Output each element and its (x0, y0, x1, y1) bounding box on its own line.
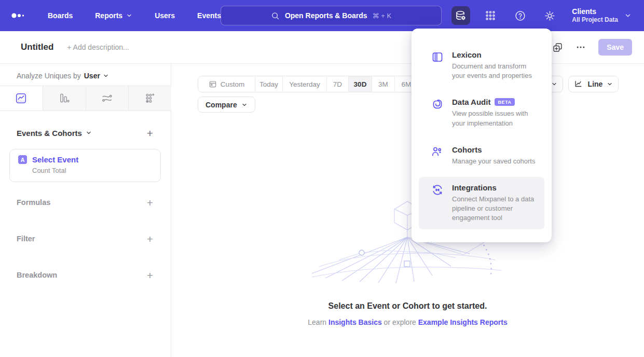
analyze-row: Analyze Uniques by User (17, 69, 109, 83)
top-navbar: Boards Reports Users Events Open Reports… (0, 0, 644, 31)
mixpanel-app: Boards Reports Users Events Open Reports… (0, 0, 644, 357)
mixpanel-logo-icon[interactable] (11, 12, 29, 19)
tab-insights-line[interactable] (0, 86, 43, 111)
line-chart-icon (574, 79, 584, 89)
gear-icon (544, 10, 556, 22)
empty-state-links: Learn Insights Basics or explore Example… (171, 318, 644, 326)
metrics-tab-icon (144, 92, 156, 104)
add-formula-button[interactable]: + (147, 197, 153, 208)
search-shortcut: ⌘ + K (373, 12, 392, 20)
compare-label: Compare (205, 101, 237, 109)
tab-metrics-grid[interactable] (129, 86, 171, 111)
nav-item-events[interactable]: Events (197, 11, 221, 20)
menu-item-data-audit[interactable]: Data Audit BETA View possible issues wit… (419, 91, 544, 134)
menu-item-title: Integrations (452, 183, 497, 192)
compare-dropdown[interactable]: Compare (198, 97, 255, 113)
section-label: Events & Cohorts (17, 129, 82, 138)
cohorts-icon (431, 146, 444, 158)
chart-style-label: Line (588, 80, 603, 88)
insights-basics-link[interactable]: Insights Basics (328, 318, 382, 326)
menu-item-integrations[interactable]: Integrations Connect Mixpanel to a data … (419, 177, 544, 229)
search-icon (271, 11, 280, 20)
report-description-input[interactable]: + Add description... (67, 43, 129, 51)
range-label: Yesterday (289, 80, 320, 88)
settings-button[interactable] (540, 6, 559, 25)
project-switcher[interactable]: Clients All Project Data (572, 7, 632, 24)
chevron-down-icon (551, 81, 557, 87)
nav-item-boards[interactable]: Boards (48, 11, 73, 20)
report-canvas: Custom Today Yesterday 7D 30D 3M 6M Comp… (171, 64, 644, 357)
range-custom[interactable]: Custom (198, 76, 255, 92)
data-audit-icon (431, 98, 444, 111)
event-card[interactable]: A Select Event Count Total (9, 149, 161, 182)
line-chart-tab-icon (15, 92, 27, 104)
data-management-button[interactable] (451, 6, 470, 25)
empty-state-title: Select an Event or Cohort to get started… (171, 301, 644, 311)
tab-bar-chart[interactable] (43, 86, 86, 111)
formulas-label: Formulas (17, 198, 50, 207)
add-filter-button[interactable]: + (147, 234, 153, 244)
events-cohorts-section: Events & Cohorts + (17, 126, 153, 140)
nav-item-label: Events (197, 11, 221, 20)
duplicate-report-button[interactable] (552, 42, 563, 53)
menu-item-cohorts[interactable]: Cohorts Manage your saved cohorts (419, 139, 544, 172)
report-title[interactable]: Untitled (21, 42, 53, 52)
chart-style-dropdown[interactable]: Line (568, 76, 619, 92)
range-3m[interactable]: 3M (372, 76, 395, 92)
more-horizontal-icon (576, 42, 586, 52)
formulas-section: Formulas + (17, 196, 153, 209)
filter-label: Filter (17, 235, 35, 243)
tab-flow-chart[interactable] (86, 86, 129, 111)
more-options-button[interactable] (576, 42, 586, 52)
menu-item-description: Document and transform your events and p… (452, 62, 538, 80)
select-event-button[interactable]: Select Event (32, 155, 78, 164)
project-name: All Project Data (572, 16, 618, 24)
range-7d[interactable]: 7D (327, 76, 349, 92)
add-event-button[interactable]: + (147, 128, 153, 139)
menu-item-title: Data Audit (452, 98, 490, 106)
nav-item-label: Reports (95, 11, 122, 20)
navbar-right: Clients All Project Data (451, 0, 644, 31)
beta-badge: BETA (495, 98, 514, 106)
chevron-down-icon (86, 130, 92, 136)
chevron-down-icon (241, 102, 248, 108)
nav-item-users[interactable]: Users (155, 11, 175, 20)
integrations-icon (431, 184, 444, 196)
apps-grid-button[interactable] (481, 6, 500, 25)
help-icon (514, 10, 526, 22)
breakdown-section: Breakdown + (17, 268, 153, 282)
range-today[interactable]: Today (255, 76, 283, 92)
duplicate-icon (552, 42, 563, 53)
add-breakdown-button[interactable]: + (147, 270, 153, 281)
database-gear-icon (455, 9, 467, 22)
chart-type-tabs (0, 86, 171, 111)
menu-item-description: Connect Mixpanel to a data pipeline or c… (452, 195, 538, 223)
apps-grid-icon (485, 10, 496, 21)
event-letter-badge: A (18, 155, 27, 164)
range-label: 7D (333, 80, 342, 88)
chevron-down-icon (607, 81, 613, 87)
analyze-by-dropdown[interactable]: User (84, 72, 109, 80)
data-management-menu: Lexicon Document and transform your even… (412, 29, 552, 242)
range-yesterday[interactable]: Yesterday (283, 76, 327, 92)
range-label: Custom (221, 80, 245, 88)
learn-prefix: Learn (308, 318, 328, 326)
search-placeholder: Open Reports & Boards (285, 11, 367, 20)
analyze-value: User (84, 72, 100, 80)
nav-item-reports[interactable]: Reports (95, 11, 132, 20)
help-button[interactable] (511, 6, 529, 25)
event-metric-dropdown[interactable]: Count Total (32, 167, 152, 174)
events-cohorts-header[interactable]: Events & Cohorts (17, 129, 92, 138)
range-label: 6M (402, 80, 412, 88)
bar-chart-tab-icon (58, 92, 70, 104)
date-range-control: Custom Today Yesterday 7D 30D 3M 6M (198, 76, 418, 92)
global-search-input[interactable]: Open Reports & Boards ⌘ + K (221, 6, 442, 25)
query-builder-sidebar: Analyze Uniques by User (0, 64, 171, 357)
example-reports-link[interactable]: Example Insights Reports (418, 318, 508, 326)
range-label: 3M (378, 80, 388, 88)
menu-item-lexicon[interactable]: Lexicon Document and transform your even… (419, 44, 544, 87)
middle-text: or explore (382, 318, 418, 326)
range-30d[interactable]: 30D (349, 76, 372, 92)
save-button[interactable]: Save (598, 39, 632, 56)
chevron-down-icon (624, 12, 632, 19)
